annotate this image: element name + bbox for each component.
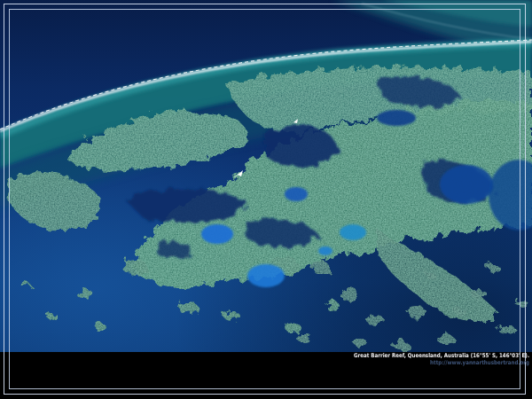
photo-caption-block: Great Barrier Reef, Queensland, Australi… [354,352,529,366]
wallpaper-screen: Great Barrier Reef, Queensland, Australi… [0,0,532,399]
reef-photo-illustration [0,0,532,352]
reef-photo [0,0,532,352]
caption-location-text: Great Barrier Reef, Queensland, Australi… [354,352,529,359]
caption-credit-url: http://www.yannarthusbertrand.org [354,359,529,366]
